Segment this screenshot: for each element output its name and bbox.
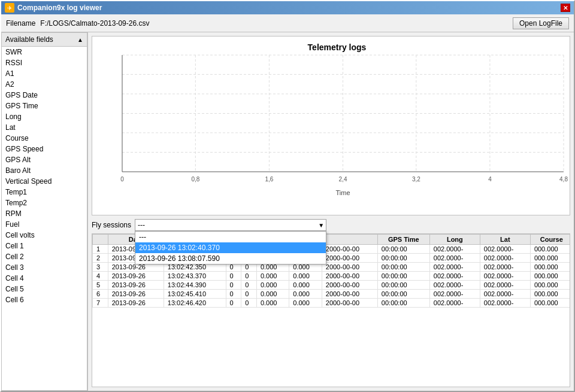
chart-title: Telemetry logs <box>110 42 564 52</box>
main-window: ✈ Companion9x log viewer ✕ Filename F:/L… <box>0 0 575 392</box>
field-item-lat[interactable]: Lat <box>2 122 87 133</box>
field-item-a2[interactable]: A2 <box>2 79 87 90</box>
svg-text:0: 0 <box>120 176 124 183</box>
cell-gps-date: 2000-00-00 <box>322 290 377 299</box>
cell-lat: 002.0000- <box>480 263 530 272</box>
fly-sessions-dropdown[interactable]: --- 2013-09-26 13:02:40.370 2013-09-26 1… <box>135 231 326 265</box>
field-item-course[interactable]: Course <box>2 133 87 144</box>
field-item-cell-6[interactable]: Cell 6 <box>2 294 87 305</box>
cell-lat: 002.0000- <box>480 281 530 290</box>
field-item-cell-2[interactable]: Cell 2 <box>2 251 87 262</box>
field-item-gps-time[interactable]: GPS Time <box>2 101 87 111</box>
fields-header: Available fields ▲ <box>1 32 87 47</box>
cell-num: 5 <box>93 281 108 290</box>
open-logfile-button[interactable]: Open LogFile <box>513 17 569 29</box>
field-item-a1[interactable]: A1 <box>2 68 87 79</box>
field-item-cell-4[interactable]: Cell 4 <box>2 273 87 284</box>
cell-c1: 0 <box>226 272 241 281</box>
fly-sessions-label: Fly sessions <box>92 221 131 229</box>
field-item-gps-alt[interactable]: GPS Alt <box>2 154 87 165</box>
left-panel: Available fields ▲ SWRRSSIA1A2GPS DateGP… <box>1 32 88 391</box>
fields-list[interactable]: SWRRSSIA1A2GPS DateGPS TimeLongLatCourse… <box>1 47 87 391</box>
cell-c2: 0 <box>241 281 257 290</box>
svg-text:3,2: 3,2 <box>412 176 420 183</box>
bottom-section: Fly sessions ▼ --- 2013-09-26 13:02:40.3… <box>92 219 570 387</box>
field-item-cell-volts[interactable]: Cell volts <box>2 230 87 241</box>
cell-time: 13:02:46.420 <box>164 299 226 308</box>
fly-sessions-wrapper: ▼ --- 2013-09-26 13:02:40.370 2013-09-26… <box>135 219 326 231</box>
app-icon: ✈ <box>5 3 14 13</box>
field-item-gps-date[interactable]: GPS Date <box>2 90 87 101</box>
cell-long: 002.0000- <box>429 272 480 281</box>
cell-long: 002.0000- <box>429 245 480 254</box>
cell-time: 13:02:43.370 <box>164 272 226 281</box>
field-item-baro-alt[interactable]: Baro Alt <box>2 165 87 176</box>
cell-long: 002.0000- <box>429 299 480 308</box>
fields-header-label: Available fields <box>5 35 53 44</box>
cell-date: 2013-09-26 <box>108 272 164 281</box>
svg-text:Time: Time <box>335 189 350 196</box>
cell-lat: 002.0000- <box>480 272 530 281</box>
cell-lat: 002.0000- <box>480 290 530 299</box>
close-button[interactable]: ✕ <box>561 4 570 12</box>
window-title: Companion9x log viewer <box>17 4 102 12</box>
cell-course: 000.000 <box>530 281 570 290</box>
field-item-cell-5[interactable]: Cell 5 <box>2 284 87 294</box>
cell-lat: 002.0000- <box>480 299 530 308</box>
cell-c4: 0.000 <box>289 299 322 308</box>
cell-course: 000.000 <box>530 272 570 281</box>
field-item-gps-speed[interactable]: GPS Speed <box>2 144 87 154</box>
field-item-vertical-speed[interactable]: Vertical Speed <box>2 176 87 187</box>
cell-c4: 0.000 <box>289 272 322 281</box>
cell-c3: 0.000 <box>256 272 289 281</box>
table-row: 7 2013-09-26 13:02:46.420 0 0 0.000 0.00… <box>93 299 571 308</box>
dropdown-item-2[interactable]: 2013-09-26 13:08:07.590 <box>135 253 326 264</box>
cell-lat: 002.0000- <box>480 254 530 263</box>
svg-text:0,8: 0,8 <box>191 176 199 183</box>
cell-gps-time: 00:00:00 <box>377 254 429 263</box>
cell-c4: 0.000 <box>289 281 322 290</box>
col-gps-time: GPS Time <box>377 235 429 245</box>
field-item-rpm[interactable]: RPM <box>2 208 87 219</box>
titlebar-left: ✈ Companion9x log viewer <box>5 3 102 13</box>
svg-text:4,8: 4,8 <box>559 176 568 183</box>
fly-sessions-input[interactable] <box>135 219 326 231</box>
cell-c2: 0 <box>241 290 257 299</box>
main-content: Available fields ▲ SWRRSSIA1A2GPS DateGP… <box>1 32 574 391</box>
cell-num: 3 <box>93 263 108 272</box>
field-item-temp1[interactable]: Temp1 <box>2 187 87 197</box>
dropdown-item-placeholder[interactable]: --- <box>135 232 326 242</box>
cell-c3: 0.000 <box>256 290 289 299</box>
field-item-rssi[interactable]: RSSI <box>2 57 87 68</box>
cell-c3: 0.000 <box>256 281 289 290</box>
cell-gps-date: 2000-00-00 <box>322 263 377 272</box>
cell-long: 002.0000- <box>429 254 480 263</box>
cell-course: 000.000 <box>530 245 570 254</box>
cell-time: 13:02:44.390 <box>164 281 226 290</box>
scroll-indicator: ▲ <box>77 37 83 43</box>
field-item-fuel[interactable]: Fuel <box>2 219 87 230</box>
toolbar: Filename F:/LOGS/Calmato-2013-09-26.csv … <box>1 14 574 32</box>
cell-course: 000.000 <box>530 299 570 308</box>
field-item-swr[interactable]: SWR <box>2 47 87 57</box>
cell-long: 002.0000- <box>429 290 480 299</box>
cell-c1: 0 <box>226 290 241 299</box>
field-item-cell-3[interactable]: Cell 3 <box>2 262 87 273</box>
cell-date: 2013-09-26 <box>108 281 164 290</box>
field-item-cell-1[interactable]: Cell 1 <box>2 241 87 251</box>
cell-gps-time: 00:00:00 <box>377 299 429 308</box>
cell-long: 002.0000- <box>429 281 480 290</box>
chart-area: Telemetry logs <box>92 36 570 215</box>
dropdown-item-1[interactable]: 2013-09-26 13:02:40.370 <box>135 242 326 253</box>
cell-long: 002.0000- <box>429 263 480 272</box>
right-panel: Telemetry logs <box>88 32 574 391</box>
cell-num: 1 <box>93 245 108 254</box>
field-item-temp2[interactable]: Temp2 <box>2 197 87 208</box>
cell-num: 6 <box>93 290 108 299</box>
cell-num: 7 <box>93 299 108 308</box>
cell-gps-time: 00:00:00 <box>377 281 429 290</box>
filename-label: Filename <box>6 19 35 28</box>
cell-course: 000.000 <box>530 290 570 299</box>
table-row: 4 2013-09-26 13:02:43.370 0 0 0.000 0.00… <box>93 272 571 281</box>
field-item-long[interactable]: Long <box>2 111 87 122</box>
